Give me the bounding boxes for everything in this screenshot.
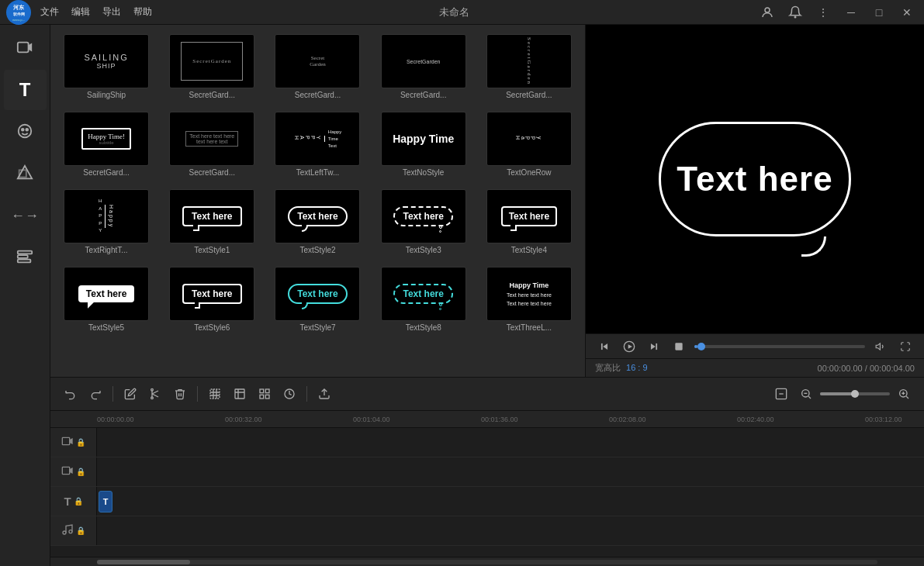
stop-button[interactable] bbox=[670, 337, 688, 356]
svg-text:www.p...: www.p... bbox=[12, 18, 25, 22]
track-content-text[interactable]: T bbox=[97, 487, 924, 516]
divider1 bbox=[112, 386, 113, 402]
style-label: TextStyle8 bbox=[377, 323, 470, 332]
style-sailing-ship[interactable]: SAILING SHIP SailingShip bbox=[57, 31, 156, 102]
sidebar-item-timeline[interactable] bbox=[4, 237, 47, 278]
style-textstyle5[interactable]: Text here TextStyle5 bbox=[57, 264, 156, 335]
text-clip[interactable]: T bbox=[99, 491, 112, 513]
style-secret3[interactable]: SecretGarden SecretGard... bbox=[374, 31, 473, 102]
step-forward-button[interactable] bbox=[645, 337, 663, 356]
zoom-in-button[interactable] bbox=[893, 383, 915, 405]
track-content-video1[interactable] bbox=[97, 428, 924, 457]
zoom-thumb[interactable] bbox=[851, 390, 859, 398]
style-textleft[interactable]: HAPPY Happy Time Text TextLeftTw... bbox=[268, 109, 367, 180]
style-secret4[interactable]: SecretGarden SecretGard... bbox=[479, 31, 579, 102]
style-textstyle1[interactable]: Text here TextStyle1 bbox=[162, 186, 261, 257]
zoom-filled bbox=[820, 392, 855, 395]
style-thumb-textonerow: Happy bbox=[486, 112, 572, 166]
close-button[interactable]: ✕ bbox=[896, 5, 918, 20]
style-textstyle4[interactable]: Text here TextStyle4 bbox=[479, 186, 579, 257]
redo-button[interactable] bbox=[85, 383, 106, 405]
export-button[interactable] bbox=[313, 383, 335, 405]
history-button[interactable] bbox=[279, 383, 300, 405]
sidebar-item-overlay[interactable] bbox=[4, 154, 47, 194]
style-textstyle7[interactable]: Text here TextStyle7 bbox=[268, 264, 367, 335]
sticker-icon bbox=[16, 123, 33, 142]
scrollbar-track[interactable] bbox=[97, 560, 877, 564]
audio-track-icon bbox=[61, 523, 74, 538]
style-secret-text[interactable]: Text here text here text here text Secre… bbox=[162, 109, 261, 180]
style-secret1[interactable]: SecretGarden SecretGard... bbox=[162, 31, 261, 102]
step-back-button[interactable] bbox=[595, 337, 614, 356]
notification-icon[interactable] bbox=[784, 5, 806, 20]
cut-button[interactable] bbox=[144, 383, 166, 405]
style-textstyle2[interactable]: Text here TextStyle2 bbox=[268, 186, 367, 257]
svg-rect-46 bbox=[62, 437, 69, 444]
svg-rect-32 bbox=[265, 389, 269, 393]
style-thumb-textleft: HAPPY Happy Time Text bbox=[275, 112, 360, 166]
sidebar: T ←→ bbox=[0, 25, 50, 566]
lock-icon4: 🔒 bbox=[76, 526, 85, 535]
more-options-icon[interactable]: ⋮ bbox=[812, 5, 834, 20]
user-icon[interactable] bbox=[756, 5, 778, 20]
track-text: T 🔒 T bbox=[50, 487, 924, 516]
style-label: TextOneRow bbox=[483, 168, 576, 177]
zoom-out-button[interactable] bbox=[770, 383, 792, 405]
undo-button[interactable] bbox=[60, 383, 81, 405]
style-textstyle6[interactable]: Text here TextStyle6 bbox=[162, 264, 261, 335]
track-header-text: T 🔒 bbox=[50, 487, 97, 516]
menu-help[interactable]: 帮助 bbox=[133, 5, 152, 19]
maximize-button[interactable]: □ bbox=[868, 5, 890, 20]
style-secret-border[interactable]: Happy Time! subtitle SecretGard... bbox=[57, 109, 156, 180]
menu-file[interactable]: 文件 bbox=[40, 5, 59, 19]
style-grid-row1: SAILING SHIP SailingShip Secr bbox=[57, 31, 579, 102]
style-thumb-sailing: SAILING SHIP bbox=[64, 34, 149, 88]
sidebar-item-video[interactable] bbox=[4, 28, 47, 68]
menu-export[interactable]: 导出 bbox=[102, 5, 121, 19]
volume-icon[interactable] bbox=[871, 337, 890, 356]
menu-edit[interactable]: 编辑 bbox=[71, 5, 90, 19]
play-button[interactable] bbox=[620, 337, 638, 356]
style-thumb-textstyle4: Text here bbox=[486, 189, 572, 243]
crop-button[interactable] bbox=[204, 383, 226, 405]
track-header-video1: 🔒 bbox=[50, 428, 97, 457]
playback-controls bbox=[586, 333, 924, 358]
track-content-video2[interactable] bbox=[97, 457, 924, 486]
style-secret2[interactable]: SecretGarden SecretGard... bbox=[268, 31, 367, 102]
grid-button[interactable] bbox=[254, 383, 275, 405]
progress-bar[interactable] bbox=[694, 345, 865, 348]
svg-marker-19 bbox=[628, 344, 632, 348]
delete-button[interactable] bbox=[169, 383, 191, 405]
track-header-audio: 🔒 bbox=[50, 516, 97, 545]
style-textonerow[interactable]: Happy TextOneRow bbox=[479, 109, 579, 180]
fullscreen-button[interactable] bbox=[896, 337, 915, 356]
zoom-slider[interactable] bbox=[820, 392, 890, 395]
svg-line-41 bbox=[808, 396, 811, 399]
fit-button[interactable] bbox=[229, 383, 251, 405]
svg-point-4 bbox=[765, 8, 770, 12]
progress-thumb[interactable] bbox=[697, 343, 705, 350]
top-area: SAILING SHIP SailingShip Secr bbox=[50, 25, 924, 377]
minimize-button[interactable]: ─ bbox=[840, 5, 862, 20]
style-textstyle3[interactable]: Text here TextStyle3 bbox=[374, 186, 473, 257]
style-textthreelines[interactable]: Happy Time Text here text here Text here… bbox=[479, 264, 579, 335]
ruler-mark-0: 00:00:00.00 bbox=[97, 416, 134, 423]
divider3 bbox=[306, 386, 307, 402]
svg-marker-20 bbox=[651, 343, 656, 349]
zoom-out-button2[interactable] bbox=[795, 383, 817, 405]
sidebar-item-transition[interactable]: ←→ bbox=[4, 195, 47, 236]
track-content-audio[interactable] bbox=[97, 516, 924, 545]
svg-point-10 bbox=[26, 128, 28, 130]
svg-rect-14 bbox=[18, 255, 28, 258]
style-textnostyle[interactable]: Happy Time TextNoStyle bbox=[374, 109, 473, 180]
style-thumb-textstyle8: Text here bbox=[381, 267, 466, 321]
sidebar-item-text[interactable]: T bbox=[4, 70, 47, 110]
style-thumb-secret1: SecretGarden bbox=[169, 34, 254, 88]
scrollbar-thumb[interactable] bbox=[97, 560, 190, 564]
sidebar-item-sticker[interactable] bbox=[4, 112, 47, 152]
svg-line-28 bbox=[152, 391, 158, 394]
ruler-mark-4: 00:02:08.00 bbox=[609, 416, 646, 423]
style-textstyle8[interactable]: Text here TextStyle8 bbox=[374, 264, 473, 335]
style-textright[interactable]: HAPPY Happy TextRightT... bbox=[57, 186, 156, 257]
edit-button[interactable] bbox=[119, 383, 141, 405]
